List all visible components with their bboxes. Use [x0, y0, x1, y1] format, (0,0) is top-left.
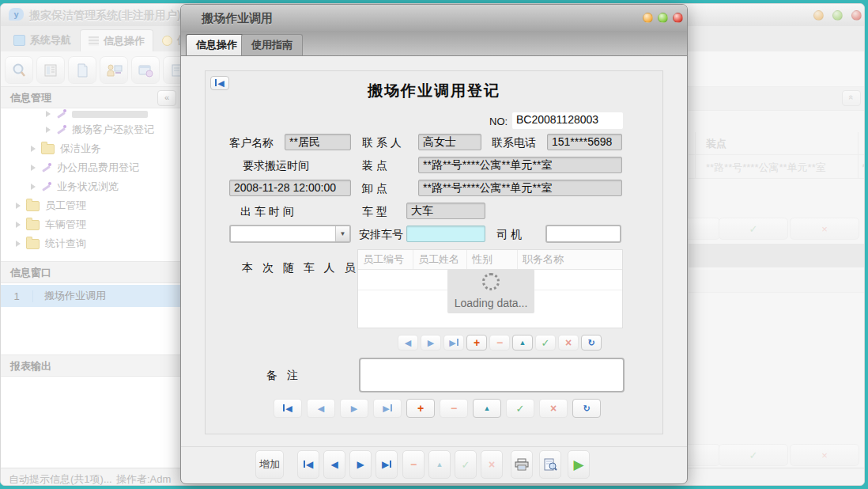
bg-table-cell: **路**号****公寓**单元**室 — [706, 161, 826, 175]
depart-time-dropdown[interactable]: ▼ — [229, 225, 351, 243]
tree-item-cleaning[interactable]: 保洁业务 — [31, 140, 101, 157]
footer-cancel-button[interactable]: × — [481, 450, 503, 479]
record-next-button[interactable]: ▶ — [340, 399, 368, 418]
dialog-close-button[interactable] — [673, 13, 683, 23]
dialog-titlebar[interactable]: 搬场作业调用 — [181, 5, 687, 32]
collapse-panel-button[interactable]: « — [842, 90, 861, 106]
dialog-tab-user-guide[interactable]: 使用指南 — [241, 34, 303, 55]
user-chart-button[interactable] — [100, 56, 128, 84]
crew-remove-button[interactable]: − — [489, 335, 510, 351]
crew-table-header: 员工编号 员工姓名 性别 职务名称 — [358, 250, 622, 270]
dialog-window: 搬场作业调用 信息操作 使用指南 ◀ 搬场作业调用登记 NO: BC200811… — [180, 4, 688, 484]
unload-point-field[interactable]: **路**号****公寓**单元**室 — [418, 180, 622, 196]
load-point-field[interactable]: **路**号****公寓**单元**室 — [418, 157, 622, 173]
tree-item-employees[interactable]: 员工管理 — [16, 197, 86, 214]
collapse-up-icon: « — [845, 95, 858, 100]
col-job-title[interactable]: 职务名称 — [518, 250, 624, 269]
bg-column-header: 装点 — [706, 137, 726, 151]
record-cancel-button[interactable]: × — [539, 399, 568, 418]
tree-item-label: 统计查询 — [45, 237, 86, 251]
crew-prev-button[interactable]: ◀ — [398, 335, 418, 351]
vehicle-type-field[interactable]: 大车 — [406, 203, 485, 219]
crew-refresh-button[interactable]: ↻ — [581, 335, 602, 351]
maximize-button[interactable] — [832, 10, 843, 21]
tree-item-business-status[interactable]: 业务状况浏览 — [31, 178, 119, 195]
bg-post-button[interactable]: ✓ — [719, 444, 788, 466]
close-button[interactable] — [851, 10, 862, 21]
phone-field[interactable]: 151****5698 — [547, 134, 622, 150]
plate-input[interactable] — [406, 226, 485, 242]
print-button[interactable] — [511, 450, 533, 479]
footer-next-button[interactable]: ▶ — [349, 450, 372, 479]
record-up-button[interactable]: ▲ — [473, 399, 501, 418]
crew-add-button[interactable]: + — [466, 335, 487, 351]
customer-field[interactable]: **居民 — [285, 134, 351, 150]
plate-label: 安排车号 — [359, 228, 403, 242]
depart-time-label: 出 车 时 间 — [240, 205, 294, 219]
move-time-field[interactable]: 2008-11-28 12:00:00 — [229, 180, 351, 196]
tree-item-vehicles[interactable]: 车辆管理 — [16, 216, 86, 233]
dialog-tab-info-operation[interactable]: 信息操作 — [186, 34, 247, 55]
record-refresh-button[interactable]: ↻ — [572, 399, 601, 418]
folder-icon — [26, 220, 40, 230]
no-field[interactable]: BC20081128003 — [512, 112, 623, 129]
report-icon — [43, 63, 58, 78]
bg-button[interactable] — [682, 218, 720, 240]
crew-cancel-button[interactable]: × — [558, 335, 579, 351]
contact-field[interactable]: 高女士 — [418, 134, 481, 150]
bg-cancel-button[interactable]: × — [790, 444, 859, 466]
column-divider — [695, 132, 696, 178]
report-button[interactable] — [36, 56, 65, 84]
crew-up-button[interactable]: ▲ — [512, 335, 533, 351]
footer-first-button[interactable]: ◀ — [297, 450, 319, 479]
tree-item-statistics[interactable]: 统计查询 — [16, 235, 86, 252]
dialog-minimize-button[interactable] — [643, 13, 653, 23]
document-button[interactable] — [68, 56, 96, 84]
crew-next-button[interactable]: ▶ — [421, 335, 441, 351]
bg-post-button[interactable]: ✓ — [719, 218, 788, 240]
bg-button[interactable] — [682, 444, 720, 466]
minimize-button[interactable] — [813, 10, 824, 21]
info-window-item[interactable]: 1 搬场作业调用 — [1, 285, 181, 307]
tree-item-office-supplies[interactable]: 办公用品费用登记 — [31, 159, 139, 176]
record-add-button[interactable]: + — [406, 399, 435, 418]
footer-post-button[interactable]: ✓ — [455, 450, 477, 479]
dialog-maximize-button[interactable] — [658, 13, 668, 23]
col-employee-id[interactable]: 员工编号 — [358, 250, 413, 269]
tab-info-operation[interactable]: 信息操作 — [80, 29, 153, 51]
sidebar-section-report: 报表输出 — [1, 354, 181, 377]
folder-icon — [26, 201, 40, 211]
crew-post-button[interactable]: ✓ — [535, 335, 556, 351]
col-employee-name[interactable]: 员工姓名 — [413, 250, 467, 269]
tree-item-label: 车辆管理 — [45, 218, 86, 232]
record-prev-button[interactable]: ◀ — [307, 399, 335, 418]
tree-item-repayment[interactable]: 搬场客户还款登记 — [46, 121, 154, 138]
bg-cancel-button[interactable]: × — [790, 218, 859, 240]
remark-textarea[interactable] — [359, 358, 625, 392]
footer-remove-button[interactable]: − — [402, 450, 425, 479]
move-time-label: 要求搬运时间 — [243, 159, 309, 173]
record-first-button[interactable]: ◀ — [274, 399, 302, 418]
footer-prev-button[interactable]: ◀ — [323, 450, 345, 479]
up-icon: ▲ — [436, 461, 443, 468]
tab-system-nav[interactable]: 系统导航 — [6, 29, 79, 51]
driver-input[interactable] — [545, 225, 621, 243]
add-button[interactable]: 增加 — [255, 450, 284, 479]
search-button[interactable] — [5, 56, 33, 84]
footer-last-button[interactable]: ▶ — [376, 450, 398, 479]
footer-up-button[interactable]: ▲ — [428, 450, 451, 479]
chevron-down-icon[interactable]: ▼ — [335, 226, 349, 241]
expand-arrow-icon — [16, 222, 21, 228]
print-preview-button[interactable] — [539, 450, 561, 479]
crew-last-button[interactable]: ▶ — [443, 335, 464, 351]
collapse-sidebar-button[interactable]: « — [157, 90, 176, 106]
status-operator: 操作者:Adm — [116, 472, 171, 486]
record-last-button[interactable]: ▶ — [373, 399, 402, 418]
record-remove-button[interactable]: − — [440, 399, 468, 418]
footer-divider — [181, 446, 687, 447]
window-button[interactable] — [131, 56, 160, 84]
run-button[interactable]: ▶ — [568, 450, 590, 479]
tree-item-partial[interactable] — [46, 108, 148, 119]
record-post-button[interactable]: ✓ — [506, 399, 534, 418]
col-gender[interactable]: 性别 — [467, 250, 518, 269]
